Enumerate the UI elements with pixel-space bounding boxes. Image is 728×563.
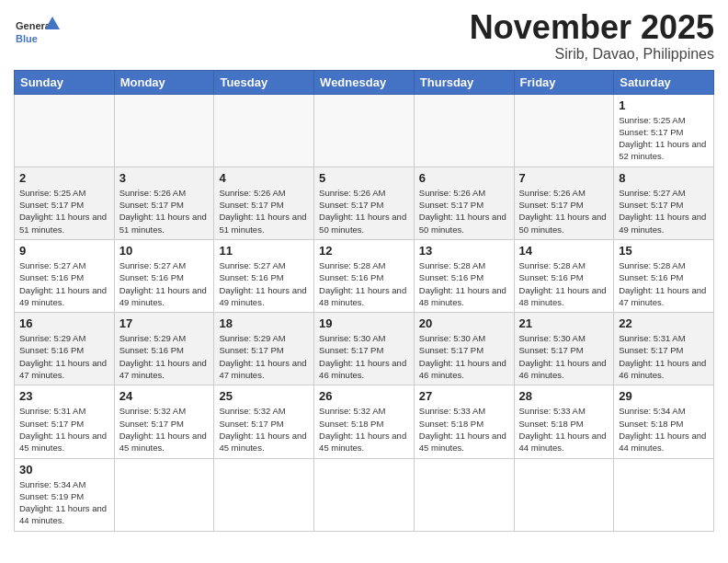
calendar-row-3: 9 Sunrise: 5:27 AM Sunset: 5:16 PM Dayli… bbox=[15, 239, 714, 312]
day-number: 16 bbox=[19, 316, 109, 330]
day-9: 9 Sunrise: 5:27 AM Sunset: 5:16 PM Dayli… bbox=[15, 239, 115, 312]
day-27: 27 Sunrise: 5:33 AM Sunset: 5:18 PM Dayl… bbox=[414, 385, 514, 458]
day-11: 11 Sunrise: 5:27 AM Sunset: 5:16 PM Dayl… bbox=[214, 239, 314, 312]
calendar-row-4: 16 Sunrise: 5:29 AM Sunset: 5:16 PM Dayl… bbox=[15, 313, 714, 385]
day-number: 4 bbox=[219, 171, 309, 185]
day-info: Sunrise: 5:25 AM Sunset: 5:17 PM Dayligh… bbox=[19, 187, 109, 236]
day-7: 7 Sunrise: 5:26 AM Sunset: 5:17 PM Dayli… bbox=[514, 167, 614, 239]
day-19: 19 Sunrise: 5:30 AM Sunset: 5:17 PM Dayl… bbox=[314, 313, 415, 385]
day-number: 21 bbox=[519, 316, 609, 330]
day-number: 24 bbox=[119, 389, 210, 403]
day-info: Sunrise: 5:26 AM Sunset: 5:17 PM Dayligh… bbox=[319, 187, 409, 236]
day-26: 26 Sunrise: 5:32 AM Sunset: 5:18 PM Dayl… bbox=[314, 385, 415, 458]
day-info: Sunrise: 5:26 AM Sunset: 5:17 PM Dayligh… bbox=[419, 187, 509, 236]
empty-cell bbox=[214, 94, 314, 167]
day-14: 14 Sunrise: 5:28 AM Sunset: 5:16 PM Dayl… bbox=[514, 239, 614, 312]
header-saturday: Saturday bbox=[614, 70, 714, 94]
day-number: 7 bbox=[519, 171, 609, 185]
day-18: 18 Sunrise: 5:29 AM Sunset: 5:17 PM Dayl… bbox=[214, 313, 314, 385]
day-info: Sunrise: 5:27 AM Sunset: 5:16 PM Dayligh… bbox=[119, 259, 210, 308]
day-info: Sunrise: 5:30 AM Sunset: 5:17 PM Dayligh… bbox=[319, 332, 409, 381]
day-number: 11 bbox=[219, 244, 309, 258]
day-number: 28 bbox=[519, 389, 609, 403]
day-number: 17 bbox=[119, 316, 210, 330]
day-15: 15 Sunrise: 5:28 AM Sunset: 5:16 PM Dayl… bbox=[614, 239, 714, 312]
logo-svg: General Blue bbox=[14, 15, 60, 56]
empty-cell bbox=[314, 94, 415, 167]
header-friday: Friday bbox=[514, 70, 614, 94]
day-info: Sunrise: 5:27 AM Sunset: 5:16 PM Dayligh… bbox=[19, 259, 109, 308]
day-17: 17 Sunrise: 5:29 AM Sunset: 5:16 PM Dayl… bbox=[114, 313, 214, 385]
calendar-row-6: 30 Sunrise: 5:34 AM Sunset: 5:19 PM Dayl… bbox=[15, 458, 714, 531]
day-3: 3 Sunrise: 5:26 AM Sunset: 5:17 PM Dayli… bbox=[114, 167, 214, 239]
day-number: 26 bbox=[319, 389, 409, 403]
day-number: 29 bbox=[619, 389, 709, 403]
day-info: Sunrise: 5:26 AM Sunset: 5:17 PM Dayligh… bbox=[119, 187, 210, 236]
day-5: 5 Sunrise: 5:26 AM Sunset: 5:17 PM Dayli… bbox=[314, 167, 415, 239]
day-info: Sunrise: 5:28 AM Sunset: 5:16 PM Dayligh… bbox=[419, 259, 509, 308]
day-info: Sunrise: 5:34 AM Sunset: 5:18 PM Dayligh… bbox=[619, 405, 709, 454]
day-info: Sunrise: 5:29 AM Sunset: 5:16 PM Dayligh… bbox=[19, 332, 109, 381]
header: General Blue November 2025 Sirib, Davao,… bbox=[14, 9, 714, 63]
empty-cell bbox=[614, 458, 714, 531]
day-number: 25 bbox=[219, 389, 309, 403]
day-number: 12 bbox=[319, 244, 409, 258]
day-info: Sunrise: 5:33 AM Sunset: 5:18 PM Dayligh… bbox=[419, 405, 509, 454]
day-24: 24 Sunrise: 5:32 AM Sunset: 5:17 PM Dayl… bbox=[114, 385, 214, 458]
day-29: 29 Sunrise: 5:34 AM Sunset: 5:18 PM Dayl… bbox=[614, 385, 714, 458]
header-tuesday: Tuesday bbox=[214, 70, 314, 94]
calendar-table: Sunday Monday Tuesday Wednesday Thursday… bbox=[14, 70, 714, 532]
day-number: 3 bbox=[119, 171, 210, 185]
day-info: Sunrise: 5:32 AM Sunset: 5:18 PM Dayligh… bbox=[319, 405, 409, 454]
empty-cell bbox=[15, 94, 115, 167]
day-info: Sunrise: 5:26 AM Sunset: 5:17 PM Dayligh… bbox=[519, 187, 609, 236]
day-info: Sunrise: 5:31 AM Sunset: 5:17 PM Dayligh… bbox=[19, 405, 109, 454]
day-25: 25 Sunrise: 5:32 AM Sunset: 5:17 PM Dayl… bbox=[214, 385, 314, 458]
day-number: 15 bbox=[619, 244, 709, 258]
day-8: 8 Sunrise: 5:27 AM Sunset: 5:17 PM Dayli… bbox=[614, 167, 714, 239]
empty-cell bbox=[514, 458, 614, 531]
day-info: Sunrise: 5:29 AM Sunset: 5:17 PM Dayligh… bbox=[219, 332, 309, 381]
month-year-title: November 2025 bbox=[470, 9, 714, 46]
day-10: 10 Sunrise: 5:27 AM Sunset: 5:16 PM Dayl… bbox=[114, 239, 214, 312]
empty-cell bbox=[114, 458, 214, 531]
day-info: Sunrise: 5:27 AM Sunset: 5:17 PM Dayligh… bbox=[619, 187, 709, 236]
day-22: 22 Sunrise: 5:31 AM Sunset: 5:17 PM Dayl… bbox=[614, 313, 714, 385]
day-number: 6 bbox=[419, 171, 509, 185]
day-info: Sunrise: 5:27 AM Sunset: 5:16 PM Dayligh… bbox=[219, 259, 309, 308]
calendar-row-2: 2 Sunrise: 5:25 AM Sunset: 5:17 PM Dayli… bbox=[15, 167, 714, 239]
logo: General Blue bbox=[14, 15, 60, 56]
day-info: Sunrise: 5:25 AM Sunset: 5:17 PM Dayligh… bbox=[619, 114, 709, 163]
calendar-row-1: 1 Sunrise: 5:25 AM Sunset: 5:17 PM Dayli… bbox=[15, 94, 714, 167]
day-2: 2 Sunrise: 5:25 AM Sunset: 5:17 PM Dayli… bbox=[15, 167, 115, 239]
day-13: 13 Sunrise: 5:28 AM Sunset: 5:16 PM Dayl… bbox=[414, 239, 514, 312]
day-info: Sunrise: 5:33 AM Sunset: 5:18 PM Dayligh… bbox=[519, 405, 609, 454]
day-number: 10 bbox=[119, 244, 210, 258]
day-number: 13 bbox=[419, 244, 509, 258]
header-monday: Monday bbox=[114, 70, 214, 94]
location-subtitle: Sirib, Davao, Philippines bbox=[470, 46, 714, 63]
day-number: 20 bbox=[419, 316, 509, 330]
day-number: 19 bbox=[319, 316, 409, 330]
day-6: 6 Sunrise: 5:26 AM Sunset: 5:17 PM Dayli… bbox=[414, 167, 514, 239]
day-info: Sunrise: 5:34 AM Sunset: 5:19 PM Dayligh… bbox=[19, 478, 109, 527]
day-28: 28 Sunrise: 5:33 AM Sunset: 5:18 PM Dayl… bbox=[514, 385, 614, 458]
day-number: 22 bbox=[619, 316, 709, 330]
empty-cell bbox=[114, 94, 214, 167]
empty-cell bbox=[414, 458, 514, 531]
empty-cell bbox=[314, 458, 415, 531]
day-number: 23 bbox=[19, 389, 109, 403]
header-wednesday: Wednesday bbox=[314, 70, 415, 94]
day-info: Sunrise: 5:26 AM Sunset: 5:17 PM Dayligh… bbox=[219, 187, 309, 236]
day-1: 1 Sunrise: 5:25 AM Sunset: 5:17 PM Dayli… bbox=[614, 94, 714, 167]
day-number: 27 bbox=[419, 389, 509, 403]
day-12: 12 Sunrise: 5:28 AM Sunset: 5:16 PM Dayl… bbox=[314, 239, 415, 312]
day-info: Sunrise: 5:29 AM Sunset: 5:16 PM Dayligh… bbox=[119, 332, 210, 381]
day-20: 20 Sunrise: 5:30 AM Sunset: 5:17 PM Dayl… bbox=[414, 313, 514, 385]
day-info: Sunrise: 5:28 AM Sunset: 5:16 PM Dayligh… bbox=[619, 259, 709, 308]
day-info: Sunrise: 5:28 AM Sunset: 5:16 PM Dayligh… bbox=[319, 259, 409, 308]
day-info: Sunrise: 5:32 AM Sunset: 5:17 PM Dayligh… bbox=[219, 405, 309, 454]
svg-text:Blue: Blue bbox=[16, 33, 38, 44]
day-info: Sunrise: 5:32 AM Sunset: 5:17 PM Dayligh… bbox=[119, 405, 210, 454]
day-number: 2 bbox=[19, 171, 109, 185]
